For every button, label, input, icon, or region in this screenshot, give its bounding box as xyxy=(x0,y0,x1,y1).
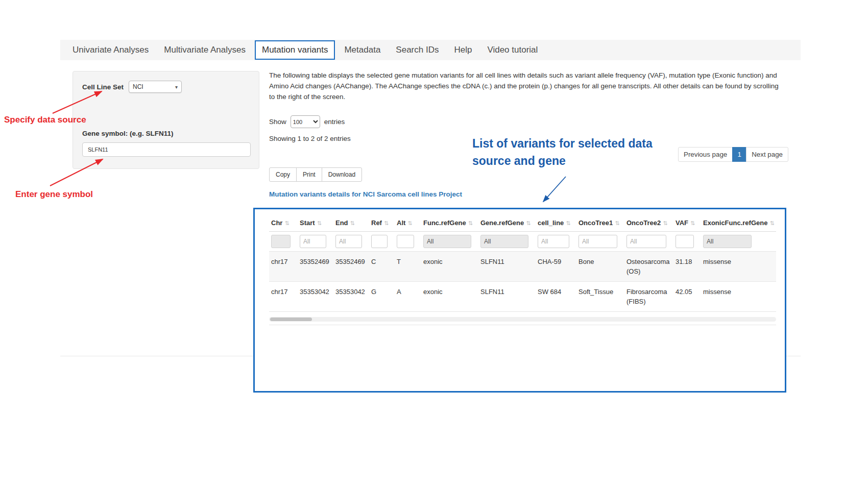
column-header-end[interactable]: End⇅ xyxy=(333,213,369,232)
cell-gene-refgene: SLFN11 xyxy=(478,252,536,282)
filter-alt[interactable] xyxy=(397,235,414,248)
next-page-button[interactable]: Next page xyxy=(746,147,788,162)
table-title-link[interactable]: Mutation variants details for NCI Sarcom… xyxy=(269,190,462,198)
column-header-start[interactable]: Start⇅ xyxy=(298,213,333,232)
sort-icon[interactable]: ⇅ xyxy=(407,220,412,226)
column-label: Chr xyxy=(271,219,282,227)
column-header-oncotree1[interactable]: OncoTree1⇅ xyxy=(576,213,624,232)
column-label: VAF xyxy=(676,219,688,227)
cell-ref: C xyxy=(369,252,395,282)
table-body: chr173535246935352469CTexonicSLFN11CHA-5… xyxy=(269,252,776,312)
tab-metadata[interactable]: Metadata xyxy=(344,45,380,55)
column-label: End xyxy=(335,219,348,227)
column-header-cell-line[interactable]: cell_line⇅ xyxy=(536,213,576,232)
sort-icon[interactable]: ⇅ xyxy=(284,220,289,226)
previous-page-button[interactable]: Previous page xyxy=(678,147,733,162)
sort-icon[interactable]: ⇅ xyxy=(615,220,619,226)
variants-table: Chr⇅Start⇅End⇅Ref⇅Alt⇅Func.refGene⇅Gene.… xyxy=(269,213,776,312)
sort-icon[interactable]: ⇅ xyxy=(384,220,389,226)
table-row[interactable]: chr173535304235353042GAexonicSLFN11SW 68… xyxy=(269,282,776,312)
filter-cell xyxy=(298,232,333,252)
column-header-func-refgene[interactable]: Func.refGene⇅ xyxy=(421,213,478,232)
filter-cell xyxy=(269,232,298,252)
arrow-list-of-variants xyxy=(543,177,566,202)
tab-help[interactable]: Help xyxy=(454,45,472,55)
column-header-vaf[interactable]: VAF⇅ xyxy=(673,213,701,232)
filter-oncotree2[interactable] xyxy=(626,235,666,248)
input-panel: Cell Line Set NCI ▾ Gene symbol: (e.g. S… xyxy=(73,71,259,169)
cell-func-refgene: exonic xyxy=(421,252,478,282)
filter-chr[interactable] xyxy=(271,235,291,248)
scrollbar-thumb[interactable] xyxy=(270,318,312,321)
column-label: Func.refGene xyxy=(423,219,466,227)
horizontal-scrollbar[interactable] xyxy=(269,317,776,322)
cell-ref: G xyxy=(369,282,395,312)
cell-alt: A xyxy=(395,282,421,312)
main-nav: Univariate AnalysesMultivariate Analyses… xyxy=(60,40,801,60)
download-button[interactable]: Download xyxy=(322,167,362,182)
sort-icon[interactable]: ⇅ xyxy=(350,220,355,226)
cell-line-set-label: Cell Line Set xyxy=(82,83,124,91)
copy-button[interactable]: Copy xyxy=(269,167,297,182)
sort-icon[interactable]: ⇅ xyxy=(566,220,570,226)
cell-line-set-select[interactable]: NCI ▾ xyxy=(129,81,182,93)
column-header-exonicfunc-refgene[interactable]: ExonicFunc.refGene⇅ xyxy=(701,213,776,232)
column-label: ExonicFunc.refGene xyxy=(703,219,767,227)
column-label: cell_line xyxy=(538,219,564,227)
cell-oncotree2: Fibrosarcoma (FIBS) xyxy=(624,282,673,312)
column-header-chr[interactable]: Chr⇅ xyxy=(269,213,298,232)
pagination: Previous page 1 Next page xyxy=(678,147,788,162)
print-button[interactable]: Print xyxy=(296,167,322,182)
column-label: Alt xyxy=(397,219,405,227)
filter-cell xyxy=(478,232,536,252)
filter-start[interactable] xyxy=(300,235,326,248)
filter-cell xyxy=(624,232,673,252)
show-entries-control: Show 100 entries xyxy=(269,115,345,128)
cell-line-set-row: Cell Line Set NCI ▾ xyxy=(82,81,250,93)
table-row[interactable]: chr173535246935352469CTexonicSLFN11CHA-5… xyxy=(269,252,776,282)
column-header-ref[interactable]: Ref⇅ xyxy=(369,213,395,232)
filter-cell xyxy=(673,232,701,252)
table-header-row: Chr⇅Start⇅End⇅Ref⇅Alt⇅Func.refGene⇅Gene.… xyxy=(269,213,776,232)
entries-select[interactable]: 100 xyxy=(291,115,320,128)
tab-video-tutorial[interactable]: Video tutorial xyxy=(487,45,538,55)
tab-multivariate-analyses[interactable]: Multivariate Analyses xyxy=(164,45,246,55)
column-header-gene-refgene[interactable]: Gene.refGene⇅ xyxy=(478,213,536,232)
page: Univariate AnalysesMultivariate Analyses… xyxy=(0,0,868,488)
variants-highlight-box: Chr⇅Start⇅End⇅Ref⇅Alt⇅Func.refGene⇅Gene.… xyxy=(253,208,786,393)
tab-mutation-variants[interactable]: Mutation variants xyxy=(255,40,335,60)
cell-start: 35352469 xyxy=(298,252,333,282)
filter-cell xyxy=(576,232,624,252)
cell-exonicfunc-refgene: missense xyxy=(701,252,776,282)
column-label: OncoTree1 xyxy=(578,219,613,227)
table-filter-row xyxy=(269,232,776,252)
filter-vaf[interactable] xyxy=(676,235,694,248)
filter-cell-line[interactable] xyxy=(538,235,569,248)
cell-vaf: 42.05 xyxy=(673,282,701,312)
cell-alt: T xyxy=(395,252,421,282)
column-label: Ref xyxy=(371,219,382,227)
gene-symbol-input[interactable] xyxy=(82,142,251,157)
tab-univariate-analyses[interactable]: Univariate Analyses xyxy=(73,45,149,55)
filter-gene-refgene[interactable] xyxy=(480,235,528,248)
filter-exonicfunc-refgene[interactable] xyxy=(703,235,752,248)
cell-cell-line: SW 684 xyxy=(536,282,576,312)
cell-exonicfunc-refgene: missense xyxy=(701,282,776,312)
cell-gene-refgene: SLFN11 xyxy=(478,282,536,312)
filter-ref[interactable] xyxy=(371,235,388,248)
sort-icon[interactable]: ⇅ xyxy=(663,220,667,226)
cell-line-set-value: NCI xyxy=(133,83,143,90)
sort-icon[interactable]: ⇅ xyxy=(317,220,322,226)
filter-func-refgene[interactable] xyxy=(423,235,471,248)
sort-icon[interactable]: ⇅ xyxy=(468,220,473,226)
filter-oncotree1[interactable] xyxy=(578,235,617,248)
chevron-down-icon: ▾ xyxy=(175,84,178,90)
page-1-button[interactable]: 1 xyxy=(732,147,746,162)
sort-icon[interactable]: ⇅ xyxy=(526,220,531,226)
filter-end[interactable] xyxy=(335,235,362,248)
sort-icon[interactable]: ⇅ xyxy=(690,220,695,226)
column-header-alt[interactable]: Alt⇅ xyxy=(395,213,421,232)
tab-search-ids[interactable]: Search IDs xyxy=(396,45,439,55)
sort-icon[interactable]: ⇅ xyxy=(769,220,774,226)
column-header-oncotree2[interactable]: OncoTree2⇅ xyxy=(624,213,673,232)
